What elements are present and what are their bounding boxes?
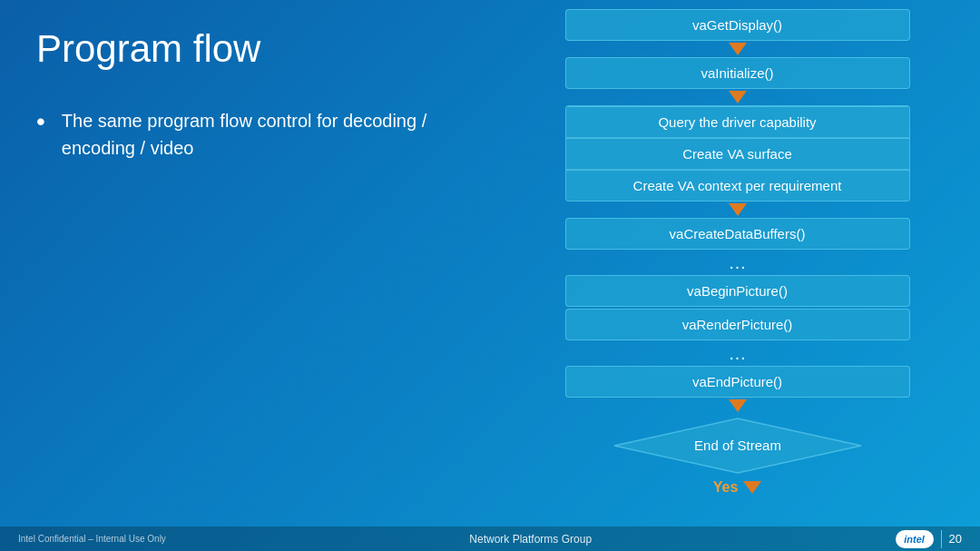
bullet-dot: • [36,103,45,139]
footer-center: Network Platforms Group [469,533,592,546]
flow-group-query: Query the driver capability Create VA su… [565,105,910,202]
flow-box-vabeginpicture: vaBeginPicture() [565,275,910,307]
footer-right: intel 20 [896,530,962,548]
bullet-list: • The same program flow control for deco… [36,107,463,176]
yes-arrow [743,481,761,494]
flow-diamond-wrap: End of Stream [565,414,910,477]
yes-arrow-wrap: Yes [565,479,910,496]
arrow-4 [729,399,747,412]
arrow-3 [729,203,747,216]
bullet-text-1: The same program flow control for decodi… [62,107,463,162]
slide-title: Program flow [36,27,463,71]
page-number: 20 [949,532,962,546]
right-panel: vaGetDisplay() vaInitialize() Query the … [504,0,980,526]
svg-text:End of Stream: End of Stream [694,438,781,453]
flow-box-context: Create VA context per requirement [566,170,909,201]
flow-box-query: Query the driver capability [566,106,909,138]
intel-logo: intel [896,530,934,548]
arrow-2 [729,91,747,103]
footer: Intel Confidential – Internal Use Only N… [0,526,980,551]
flow-dots-1: … [565,250,910,275]
flow-dots-2: … [565,340,910,366]
yes-label: Yes [713,479,739,496]
flowchart: vaGetDisplay() vaInitialize() Query the … [547,9,928,496]
arrow-1 [729,43,747,55]
flow-box-varenderpicture: vaRenderPicture() [565,309,910,340]
flow-diamond-svg: End of Stream [611,415,865,477]
flow-box-vagetdisplay: vaGetDisplay() [565,9,910,41]
flow-box-surface: Create VA surface [566,138,909,170]
intel-logo-text: intel [904,534,925,545]
bullet-item-1: • The same program flow control for deco… [36,107,463,162]
flow-box-vainitialize: vaInitialize() [565,57,910,89]
footer-divider [941,530,942,548]
flow-box-vacreatedatabuffers: vaCreateDataBuffers() [565,218,910,250]
flow-box-vaendpicture: vaEndPicture() [565,366,910,398]
footer-left: Intel Confidential – Internal Use Only [18,534,166,544]
left-panel: Program flow • The same program flow con… [0,0,490,526]
